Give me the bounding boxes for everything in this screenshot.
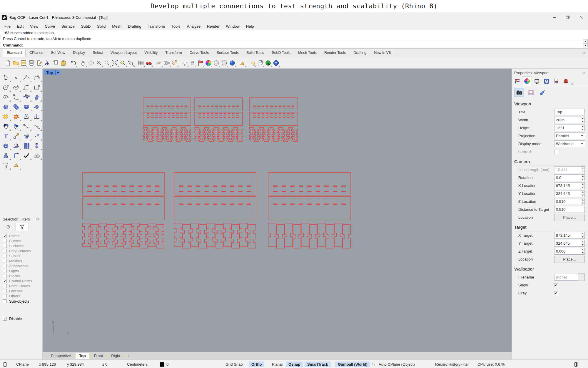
scroll-down-icon[interactable]: ▼ (583, 43, 588, 47)
layer-name[interactable]: 0 (166, 360, 168, 368)
polygon-icon[interactable] (1, 92, 11, 102)
rotate-view-icon[interactable] (87, 59, 95, 67)
spinner-buttons[interactable] (581, 248, 585, 255)
filter-surfaces[interactable]: Surfaces (3, 243, 42, 248)
notes-tab[interactable] (551, 77, 561, 86)
lens-length-mm--input[interactable]: 10.441 (554, 166, 581, 173)
dimension-icon[interactable] (256, 59, 264, 67)
ortho-toggle[interactable]: Ortho (249, 360, 264, 368)
match-curve-icon[interactable] (31, 121, 42, 131)
cplane-pyramid-icon[interactable] (11, 160, 21, 170)
osnap-toggle[interactable]: Osnap (286, 360, 303, 368)
smarttrack-toggle[interactable]: SmartTrack (305, 360, 331, 368)
overflow-chevrons[interactable]: » (571, 82, 572, 86)
filter-control-points[interactable]: ✓Control Points (3, 279, 42, 284)
filter-sub-objects[interactable]: Sub-objects (3, 299, 42, 304)
menu-analyze[interactable]: Analyze (184, 24, 204, 29)
coord-z[interactable]: z 0 (102, 360, 107, 368)
save-icon[interactable] (19, 59, 27, 67)
pointer-filter-tab[interactable] (2, 223, 16, 231)
checkbox[interactable] (3, 299, 7, 303)
toolbar-tab-display[interactable]: Display (69, 49, 89, 57)
toolbar-tab-render-tools[interactable]: Render Tools (320, 49, 350, 57)
gumball-icon[interactable] (538, 88, 547, 97)
named-view-car-icon[interactable] (145, 59, 153, 67)
locked-checkbox[interactable] (554, 150, 558, 154)
command-area[interactable]: 163 curves added to selection. Press Con… (0, 30, 588, 49)
options-gears-icon[interactable]: ⚙⚙ (248, 59, 256, 67)
distance-to-target-input[interactable]: 0.510 (554, 206, 585, 213)
spinner-buttons[interactable] (581, 232, 585, 239)
projection-select[interactable]: Parallel (554, 132, 585, 139)
open-file-icon[interactable] (11, 59, 19, 67)
menu-drafting[interactable]: Drafting (125, 24, 145, 29)
notification-cone-icon[interactable] (238, 59, 246, 67)
viewport-layout-icon[interactable] (137, 59, 145, 67)
checkbox[interactable] (3, 249, 7, 253)
ghosted-sphere-icon[interactable] (220, 59, 228, 67)
width-input[interactable]: 2035 (554, 117, 581, 123)
toolbar-tab-transform[interactable]: Transform (161, 49, 186, 57)
toolbar-tab-set-view[interactable]: Set View (47, 49, 69, 57)
height-input[interactable]: 1221 (554, 125, 581, 131)
viewport-tab-top[interactable]: Top (76, 353, 89, 359)
x-target-input[interactable]: 873.145 (554, 232, 581, 239)
cplane-grid-icon[interactable] (155, 59, 163, 67)
viewport-title-label[interactable]: Top (44, 70, 60, 75)
filter-lights[interactable]: Lights (3, 268, 42, 273)
circle-icon[interactable] (1, 82, 11, 92)
menu-curve[interactable]: Curve (41, 24, 58, 29)
arc-icon[interactable] (21, 82, 31, 92)
gear-icon[interactable]: ⚙ (582, 51, 586, 55)
layers-pennant-icon[interactable] (196, 59, 204, 67)
checkbox[interactable] (3, 269, 7, 273)
checkbox[interactable] (3, 254, 7, 258)
cpu-use[interactable]: CPU use: 0.6 % (477, 360, 505, 368)
curve-through-points-icon[interactable] (31, 73, 42, 82)
point-cloud-icon[interactable] (11, 121, 21, 131)
zoom-dynamic-icon[interactable] (95, 59, 103, 67)
menu-solid[interactable]: Solid (94, 24, 109, 29)
boolean-circles-icon[interactable] (1, 121, 11, 131)
menu-view[interactable]: View (27, 24, 41, 29)
rotate-icon[interactable] (31, 131, 42, 141)
funnel-filter-tab[interactable] (16, 223, 29, 231)
help-icon[interactable]: ? (272, 59, 280, 67)
menu-edit[interactable]: Edit (14, 24, 27, 29)
explode-icon[interactable] (11, 112, 21, 121)
cplane-label[interactable]: CPlane (16, 360, 29, 368)
extrude-surface-icon[interactable] (11, 141, 21, 150)
filter-point-clouds[interactable]: Point Clouds (3, 284, 42, 289)
layer-color-swatch[interactable] (160, 360, 164, 368)
surface-patch-icon[interactable] (31, 102, 42, 112)
spinner-buttons[interactable] (581, 166, 585, 173)
toolbar-tab-visibility[interactable]: Visibility (141, 49, 161, 57)
primitives-icon[interactable] (31, 150, 42, 160)
menu-file[interactable]: File (1, 24, 14, 29)
record-history[interactable]: Record History (435, 360, 460, 368)
torus-icon[interactable] (21, 102, 31, 112)
scroll-up-icon[interactable]: ▲ (583, 39, 588, 43)
location-place-button[interactable]: Place... (554, 214, 585, 221)
trim-icon[interactable] (21, 112, 31, 121)
object-pennant-tab[interactable] (512, 77, 522, 86)
checkbox[interactable] (3, 284, 7, 288)
cplane-circle-icon[interactable] (163, 59, 171, 67)
spinner-buttons[interactable] (581, 190, 585, 197)
units[interactable]: Centimeters (127, 360, 148, 368)
camera-icon[interactable] (514, 88, 524, 97)
select-objects-icon[interactable] (171, 59, 178, 67)
checkbox[interactable]: ✓ (3, 234, 7, 238)
menu-window[interactable]: Window (223, 24, 243, 29)
minimize-button[interactable] (547, 12, 561, 23)
command-prompt[interactable]: Command: (0, 42, 588, 48)
viewport-title-text[interactable]: Top (44, 70, 55, 75)
filename-input[interactable]: (none) (554, 274, 578, 281)
location-place-button[interactable]: Place... (554, 256, 585, 263)
menu-transform[interactable]: Transform (145, 24, 168, 29)
filter-subds[interactable]: SubDs (3, 253, 42, 258)
z-target-input[interactable]: 0.000 (554, 248, 581, 255)
z-location-input[interactable]: 0.510 (554, 198, 581, 205)
filter-curves[interactable]: Curves (3, 238, 42, 243)
spinner-buttons[interactable] (581, 240, 585, 247)
